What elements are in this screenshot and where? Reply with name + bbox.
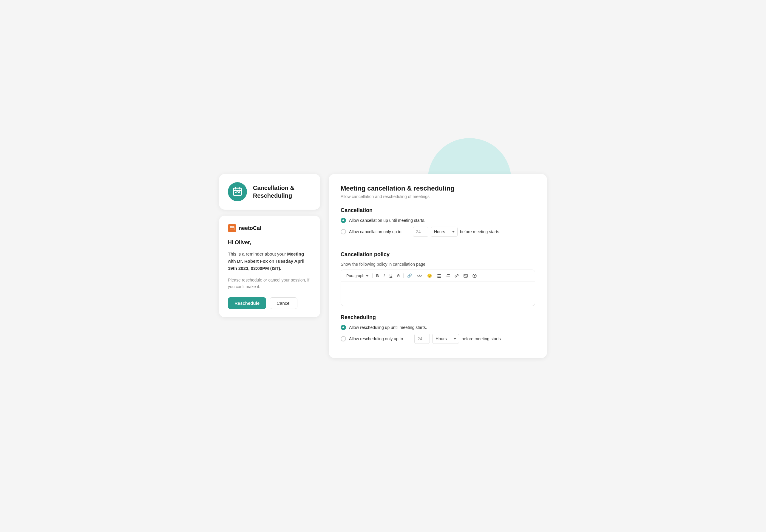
rescheduling-radio2-label: Allow rescheduling only up to	[349, 336, 403, 341]
cancellation-before-text: before meeting starts.	[460, 229, 500, 234]
cancellation-radio2-row: Allow cancellation only up to Hours Days…	[341, 227, 535, 237]
policy-label: Show the following policy in cancellatio…	[341, 262, 535, 267]
cancellation-radio1-label: Allow cancellation up until meeting star…	[349, 218, 425, 223]
cancellation-policy-editor[interactable]: Paragraph B I U S 🔗 </> 🙂 1.2.	[341, 270, 535, 306]
paragraph-label: Paragraph	[346, 273, 365, 278]
feature-title: Cancellation & Rescheduling	[253, 184, 311, 199]
cancel-button[interactable]: Cancel	[270, 297, 297, 309]
email-card: neetoCal Hi Oliver, This is a reminder a…	[219, 216, 320, 317]
rescheduling-radio1-label: Allow rescheduling up until meeting star…	[349, 325, 427, 330]
email-logo: neetoCal	[228, 224, 311, 232]
email-greeting: Hi Oliver,	[228, 239, 311, 246]
settings-title: Meeting cancellation & rescheduling	[341, 185, 535, 192]
cancellation-radio1[interactable]	[341, 218, 346, 223]
cancellation-hours-input[interactable]	[413, 227, 428, 237]
svg-rect-15	[447, 274, 450, 275]
svg-line-18	[456, 275, 457, 276]
editor-content-area[interactable]	[341, 282, 535, 306]
bold-button[interactable]: B	[374, 272, 381, 279]
ordered-list-button[interactable]: 1.2.	[444, 273, 452, 279]
right-column: Meeting cancellation & rescheduling Allo…	[329, 174, 547, 358]
bullet-list-button[interactable]	[435, 273, 443, 279]
cancellation-policy-heading: Cancellation policy	[341, 251, 535, 258]
feature-icon-wrap	[228, 182, 247, 201]
decorative-circle	[428, 138, 511, 180]
svg-rect-11	[438, 276, 441, 276]
toolbar-divider2	[403, 273, 404, 278]
svg-point-8	[437, 274, 438, 275]
left-column: Cancellation & Rescheduling neetoCal Hi …	[219, 174, 320, 358]
email-reschedule-note: Please reschedule or cancel your session…	[228, 277, 311, 290]
link-icon-button[interactable]: 🔗	[405, 272, 414, 279]
svg-point-12	[437, 277, 438, 278]
toolbar-divider1	[372, 273, 373, 278]
svg-rect-4	[230, 226, 234, 230]
cancellation-unit-select[interactable]: Hours Days Minutes	[431, 227, 458, 237]
settings-subtitle: Allow cancellation and rescheduling of m…	[341, 194, 535, 199]
rescheduling-heading: Rescheduling	[341, 314, 535, 321]
cancellation-radio2[interactable]	[341, 229, 346, 234]
cancellation-radio2-label: Allow cancellation only up to	[349, 229, 401, 234]
hyperlink-button[interactable]	[453, 273, 461, 279]
feature-card: Cancellation & Rescheduling	[219, 174, 320, 210]
rescheduling-before-text: before meeting starts.	[461, 336, 502, 341]
email-buttons: Reschedule Cancel	[228, 297, 311, 309]
cancellation-heading: Cancellation	[341, 207, 535, 214]
rescheduling-radio2-row: Allow rescheduling only up to Hours Days…	[341, 334, 535, 344]
image-icon	[464, 274, 468, 278]
paragraph-chevron-icon	[366, 275, 369, 277]
video-icon	[472, 274, 477, 278]
ordered-list-icon: 1.2.	[446, 274, 450, 278]
rescheduling-radio1-row: Allow rescheduling up until meeting star…	[341, 325, 535, 330]
rescheduling-hours-input[interactable]	[414, 334, 430, 344]
code-button[interactable]: </>	[415, 272, 424, 279]
svg-marker-22	[474, 275, 476, 277]
divider1	[341, 244, 535, 244]
italic-button[interactable]: I	[382, 272, 387, 279]
emoji-button[interactable]: 🙂	[425, 272, 434, 279]
reschedule-button[interactable]: Reschedule	[228, 297, 266, 309]
logo-calendar-icon	[230, 226, 234, 231]
hyperlink-icon	[455, 274, 459, 278]
cancellation-radio1-row: Allow cancellation up until meeting star…	[341, 218, 535, 223]
rescheduling-radio1[interactable]	[341, 325, 346, 330]
rescheduling-radio2[interactable]	[341, 336, 346, 341]
rescheduling-unit-select[interactable]: Hours Days Minutes	[432, 334, 459, 344]
svg-rect-9	[438, 274, 441, 275]
svg-rect-13	[438, 277, 441, 278]
logo-icon	[228, 224, 236, 232]
svg-point-10	[437, 276, 438, 276]
email-body: This is a reminder about your Meeting wi…	[228, 250, 311, 272]
cancellation-time-group: Hours Days Minutes before meeting starts…	[413, 227, 500, 237]
svg-text:2.: 2.	[446, 275, 447, 277]
paragraph-dropdown[interactable]: Paragraph	[345, 272, 370, 279]
image-button[interactable]	[462, 273, 470, 279]
video-button[interactable]	[471, 273, 478, 279]
underline-button[interactable]: U	[388, 272, 394, 279]
rescheduling-time-group: Hours Days Minutes before meeting starts…	[414, 334, 502, 344]
logo-text: neetoCal	[239, 225, 261, 231]
strikethrough-button[interactable]: S	[395, 272, 401, 279]
editor-toolbar: Paragraph B I U S 🔗 </> 🙂 1.2.	[341, 270, 535, 282]
bullet-list-icon	[437, 274, 441, 278]
svg-rect-17	[447, 276, 450, 276]
